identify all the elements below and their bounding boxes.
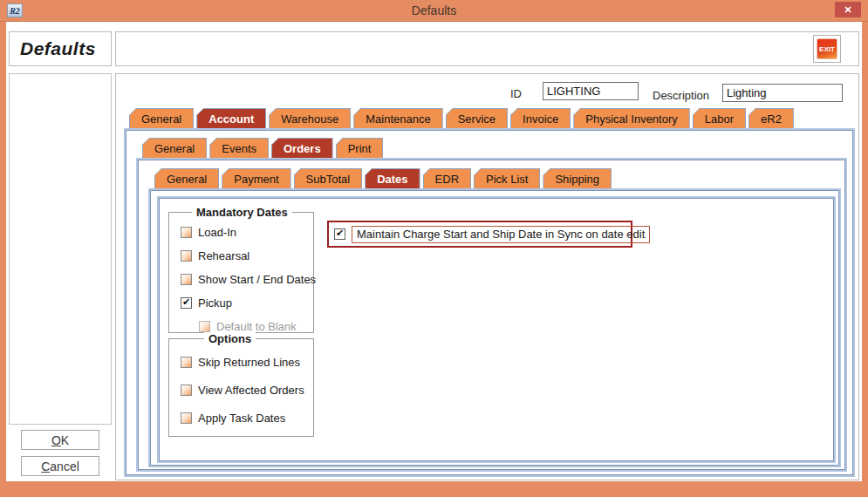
checkbox-label: Skip Returned Lines [198,356,300,369]
checkbox-show-start-end-dates[interactable]: Show Start / End Dates [181,273,313,286]
title-bar: R2 Defaults ✕ [0,0,868,22]
app-logo-icon: R2 [7,3,23,17]
tabs-level3: General Payment SubTotal Dates EDR Pick … [154,168,612,188]
tab-label: Service [447,109,507,128]
tabs-level1: General Account Warehouse Maintenance Se… [129,108,794,128]
tab-label: Warehouse [270,109,350,128]
checkbox-view-affected-orders[interactable]: View Affected Orders [181,384,313,397]
checkbox-icon [181,274,192,285]
description-label: Description [653,89,709,102]
checkbox-skip-returned-lines[interactable]: Skip Returned Lines [181,356,313,369]
checkbox-load-in[interactable]: Load-In [181,226,313,239]
tab-general-l1[interactable]: General [129,108,194,128]
tab-edr[interactable]: EDR [423,168,471,188]
checkbox-rehearsal[interactable]: Rehearsal [181,249,313,262]
checkbox-icon [334,228,345,240]
tab-pick-list[interactable]: Pick List [474,168,540,188]
account-tab-panel: General Events Orders Print General Paym… [124,128,855,477]
dates-tab-panel: Mandatory Dates Load-In Rehearsal [148,188,841,467]
main-panel: ID Description General Account Warehouse… [115,73,859,480]
tab-label: Shipping [543,169,611,188]
page-title: Defaults [9,31,112,66]
sync-option-highlight: Maintain Charge Start and Ship Date in S… [327,221,632,248]
tab-label: General [143,139,206,158]
tab-payment[interactable]: Payment [222,168,290,188]
tab-events[interactable]: Events [209,138,269,158]
tab-label: Orders [272,139,332,158]
ok-button[interactable]: OK [21,430,99,450]
tab-label: General [155,169,218,188]
checkbox-icon [181,412,192,424]
checkbox-label: Show Start / End Dates [198,273,316,286]
tab-label: eR2 [749,109,793,128]
options-title: Options [204,332,256,345]
toolbar: EXIT [115,31,859,66]
dialog-body: Defaults EXIT OK Cancel ID Description G… [6,22,862,481]
checkbox-label: Default to Blank [216,320,297,333]
tab-dates[interactable]: Dates [365,168,420,188]
defaults-window: { "window": { "title": "Defaults", "app_… [0,0,868,497]
tab-general-l2[interactable]: General [142,138,207,158]
tab-print[interactable]: Print [336,138,384,158]
tab-label: EDR [424,169,470,188]
tab-label: Print [337,139,383,158]
tab-label: Labor [694,109,745,128]
mandatory-dates-group: Mandatory Dates Load-In Rehearsal [168,212,314,333]
close-icon[interactable]: ✕ [835,2,861,17]
dates-content-panel: Mandatory Dates Load-In Rehearsal [157,196,836,463]
tab-physical-inventory[interactable]: Physical Inventory [573,108,690,128]
checkbox-icon [181,227,192,238]
tab-er2[interactable]: eR2 [748,108,794,128]
description-field[interactable] [722,84,843,102]
checkbox-label: View Affected Orders [198,384,304,397]
tab-label: Maintenance [354,109,441,128]
tab-service[interactable]: Service [446,108,508,128]
checkbox-label: Apply Task Dates [198,412,285,425]
checkbox-label: Load-In [198,226,236,239]
tab-labor[interactable]: Labor [693,108,746,128]
tab-label: SubTotal [295,169,362,188]
tab-account[interactable]: Account [196,108,266,128]
tabs-level2: General Events Orders Print [142,138,383,158]
tab-orders[interactable]: Orders [271,138,333,158]
id-field[interactable] [543,82,639,100]
tab-label: Invoice [511,109,570,128]
tab-shipping[interactable]: Shipping [543,168,612,188]
tab-label: General [130,109,193,128]
checkbox-apply-task-dates[interactable]: Apply Task Dates [181,412,313,425]
cancel-button[interactable]: Cancel [21,456,99,476]
checkbox-default-to-blank: Default to Blank [199,320,313,333]
tab-maintenance[interactable]: Maintenance [353,108,442,128]
checkbox-maintain-sync[interactable] [334,228,345,240]
mandatory-dates-title: Mandatory Dates [192,206,292,219]
tab-warehouse[interactable]: Warehouse [269,108,351,128]
cancel-button-label: Cancel [41,460,79,473]
tab-invoice[interactable]: Invoice [510,108,571,128]
window-title: Defaults [0,3,868,17]
id-label: ID [510,87,522,100]
tab-label: Dates [366,169,419,188]
exit-button-frame: EXIT [813,35,841,63]
sync-option-label: Maintain Charge Start and Ship Date in S… [352,226,650,243]
checkbox-label: Rehearsal [198,249,249,262]
checkbox-icon [199,321,210,332]
checkbox-icon [181,357,192,368]
tab-label: Events [210,139,268,158]
left-sidebar-panel [9,73,112,425]
checkbox-icon [181,385,192,396]
options-group: Options Skip Returned Lines View Affecte… [168,338,314,437]
checkbox-label: Pickup [198,296,232,310]
tab-label: Payment [222,169,290,188]
checkbox-icon [181,297,192,309]
tab-label: Physical Inventory [574,109,689,128]
tab-label: Account [197,109,265,128]
tab-subtotal[interactable]: SubTotal [294,168,363,188]
tab-label: Pick List [475,169,539,188]
checkbox-pickup[interactable]: Pickup [181,296,313,310]
tab-general-l3[interactable]: General [154,168,219,188]
orders-tab-panel: General Payment SubTotal Dates EDR Pick … [136,158,847,472]
exit-button[interactable]: EXIT [817,38,837,59]
ok-button-label: OK [51,433,69,447]
checkbox-icon [181,250,192,262]
